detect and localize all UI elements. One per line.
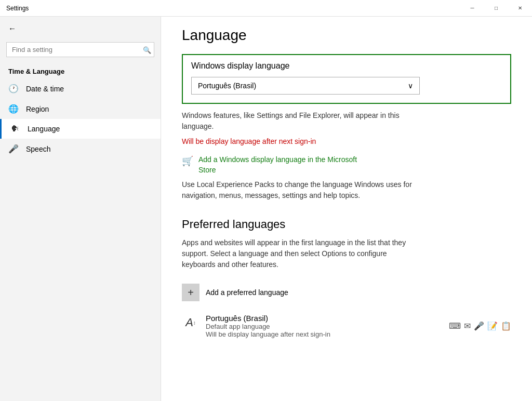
sidebar-item-language[interactable]: 🗣 Language	[0, 119, 161, 139]
next-signin-text: Will be display language after next sign…	[182, 137, 511, 145]
titlebar-controls: ─ □ ✕	[460, 0, 532, 17]
sidebar: ← 🔍 Time & Language 🕐 Date & time 🌐 Regi…	[0, 17, 161, 401]
lang-name: Português (Brasil)	[206, 314, 330, 323]
language-icon: 🗣	[10, 124, 20, 133]
add-language-button[interactable]: + Add a preferred language	[182, 280, 511, 304]
plus-icon: +	[188, 287, 194, 299]
display-language-info: Windows features, like Settings and File…	[182, 110, 421, 132]
text-prediction-icon: ✉	[464, 321, 471, 331]
sidebar-item-language-label: Language	[28, 125, 60, 133]
display-language-capability-icon: 📋	[501, 321, 511, 331]
language-dropdown-value: Português (Brasil)	[198, 82, 256, 90]
sidebar-item-speech[interactable]: 🎤 Speech	[0, 139, 161, 159]
lang-letter-icon: A ↕	[182, 314, 200, 331]
lang-sub-signin: Will be display language after next sign…	[206, 330, 330, 338]
close-button[interactable]: ✕	[508, 0, 532, 17]
ms-store-link[interactable]: 🛒 Add a Windows display language in the …	[182, 155, 511, 175]
store-icon: 🛒	[182, 155, 193, 167]
ms-store-link-text[interactable]: Add a Windows display language in the Mi…	[198, 155, 375, 175]
add-language-label: Add a preferred language	[206, 288, 288, 297]
sidebar-item-region[interactable]: 🌐 Region	[0, 99, 161, 119]
handwriting-icon: 📝	[487, 321, 498, 331]
keyboard-capability-icon: ⌨	[449, 321, 461, 331]
preferred-languages-title: Preferred languages	[182, 218, 511, 231]
main-content: Language Windows display language Portug…	[161, 17, 532, 401]
sidebar-item-date-time[interactable]: 🕐 Date & time	[0, 78, 161, 99]
local-packs-text: Use Local Experience Packs to change the…	[182, 179, 421, 201]
lang-sub-default: Default app language	[206, 323, 330, 330]
search-container: 🔍	[6, 42, 154, 57]
add-icon-box: +	[182, 284, 200, 301]
app-container: ← 🔍 Time & Language 🕐 Date & time 🌐 Regi…	[0, 17, 532, 401]
search-icon[interactable]: 🔍	[143, 46, 151, 54]
preferred-languages-desc: Apps and websites will appear in the fir…	[182, 237, 421, 270]
sidebar-item-region-label: Region	[26, 105, 49, 113]
sidebar-item-date-time-label: Date & time	[26, 85, 64, 93]
maximize-button[interactable]: □	[484, 0, 508, 17]
search-input[interactable]	[6, 42, 154, 57]
chevron-down-icon: ∨	[408, 82, 413, 90]
titlebar: Settings ─ □ ✕	[0, 0, 532, 17]
page-title: Language	[182, 27, 511, 44]
sidebar-section-label: Time & Language	[0, 63, 161, 78]
lang-capability-icons: ⌨ ✉ 🎤 📝 📋	[449, 321, 511, 331]
display-language-box: Windows display language Português (Bras…	[182, 54, 511, 104]
list-item[interactable]: A ↕ Português (Brasil) Default app langu…	[182, 314, 511, 341]
display-language-title: Windows display language	[191, 61, 502, 71]
minimize-button[interactable]: ─	[460, 0, 484, 17]
back-icon: ←	[8, 24, 16, 33]
language-dropdown[interactable]: Português (Brasil) ∨	[191, 77, 420, 95]
sidebar-item-speech-label: Speech	[26, 145, 50, 153]
clock-icon: 🕐	[8, 84, 19, 93]
titlebar-title: Settings	[6, 5, 29, 12]
back-button[interactable]: ←	[0, 17, 161, 40]
lang-item-left: A ↕ Português (Brasil) Default app langu…	[182, 314, 330, 338]
globe-icon: 🌐	[8, 104, 19, 114]
speech-icon: 🎤	[474, 321, 484, 331]
microphone-icon: 🎤	[8, 144, 19, 154]
lang-info: Português (Brasil) Default app language …	[206, 314, 330, 338]
